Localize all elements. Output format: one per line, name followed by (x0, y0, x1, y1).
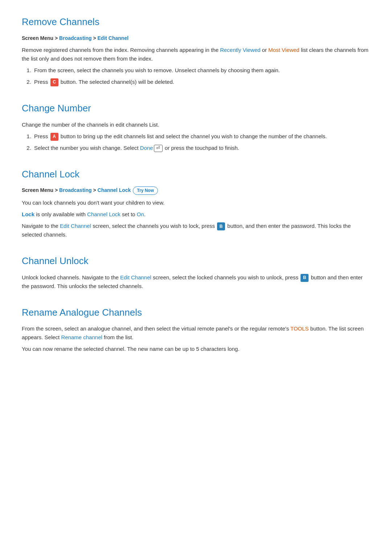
change-step-2-prefix: Select the number you wish change. Selec… (34, 145, 140, 151)
channel-lock-body3-mid: screen, select the channels you wish to … (91, 223, 216, 229)
channel-lock-period: . (144, 211, 146, 217)
on-link[interactable]: On (137, 211, 144, 217)
a-button-icon: A (50, 133, 58, 141)
rename-analogue-section: Rename Analogue Channels From the screen… (22, 305, 370, 354)
remove-step-2: Press C button. The selected channel(s) … (33, 78, 370, 86)
remove-channels-section: Remove Channels Screen Menu > Broadcasti… (22, 15, 370, 86)
try-now-badge[interactable]: Try Now (133, 186, 158, 195)
change-number-steps: Press A button to bring up the edit chan… (33, 132, 370, 152)
b-button-lock-icon: B (217, 222, 225, 230)
edit-channel-lock-link[interactable]: Edit Channel (60, 223, 91, 229)
most-viewed-link[interactable]: Most Viewed (268, 47, 299, 53)
lock-link[interactable]: Lock (22, 211, 34, 217)
rename-channel-link[interactable]: Rename channel (61, 334, 102, 340)
body-text-before-link: Remove registered channels from the inde… (22, 47, 220, 53)
b-button-unlock-icon: B (301, 274, 309, 282)
c-button-icon: C (50, 78, 58, 86)
change-number-step-1: Press A button to bring up the edit chan… (33, 132, 370, 141)
remove-channels-title: Remove Channels (22, 15, 370, 30)
channel-lock-title: Channel Lock (22, 167, 370, 182)
breadcrumb-broadcasting-link[interactable]: Broadcasting (59, 35, 91, 41)
change-step-1-suffix: button to bring up the edit channels lis… (59, 133, 327, 139)
remove-step-1-text: From the screen, select the channels you… (34, 67, 280, 73)
done-icon: ⏎ (154, 145, 163, 152)
channel-lock-section: Channel Lock Screen Menu > Broadcasting … (22, 167, 370, 239)
body-text-or: or (261, 47, 269, 53)
done-link[interactable]: Done (140, 145, 153, 151)
remove-step-1: From the screen, select the channels you… (33, 66, 370, 75)
channel-lock-body1: You can lock channels you don't want you… (22, 198, 370, 207)
rename-body1-end: from the list. (102, 334, 134, 340)
edit-channel-unlock-link[interactable]: Edit Channel (120, 274, 151, 280)
tools-link[interactable]: TOOLS (290, 325, 309, 332)
channel-lock-breadcrumb-prefix: Screen Menu > (22, 187, 59, 193)
rename-body1-prefix: From the screen, select an analogue chan… (22, 325, 290, 332)
channel-unlock-mid: screen, select the locked channels you w… (151, 274, 300, 280)
remove-channels-body: Remove registered channels from the inde… (22, 46, 370, 63)
remove-channels-steps: From the screen, select the channels you… (33, 66, 370, 86)
channel-unlock-body: Unlock locked channels. Navigate to the … (22, 273, 370, 291)
change-number-step-2: Select the number you wish change. Selec… (33, 144, 370, 152)
rename-analogue-body1: From the screen, select an analogue chan… (22, 324, 370, 342)
channel-lock-sep: > (92, 187, 98, 193)
breadcrumb-sep: > (92, 35, 98, 41)
rename-analogue-title: Rename Analogue Channels (22, 305, 370, 320)
channel-lock-set: set to (121, 211, 137, 217)
channel-lock-link[interactable]: Channel Lock (87, 211, 121, 217)
channel-lock-body2-mid: is only available with (34, 211, 87, 217)
change-number-title: Change Number (22, 101, 370, 116)
channel-unlock-section: Channel Unlock Unlock locked channels. N… (22, 254, 370, 291)
breadcrumb-edit-channel-link[interactable]: Edit Channel (98, 35, 129, 41)
change-number-section: Change Number Change the number of the c… (22, 101, 370, 152)
channel-lock-body3-prefix: Navigate to the (22, 223, 60, 229)
remove-step-2-prefix: Press (34, 79, 50, 85)
channel-unlock-title: Channel Unlock (22, 254, 370, 269)
rename-analogue-body2: You can now rename the selected channel.… (22, 345, 370, 353)
channel-lock-body3: Navigate to the Edit Channel screen, sel… (22, 222, 370, 239)
channel-unlock-prefix: Unlock locked channels. Navigate to the (22, 274, 120, 280)
channel-lock-nav-link[interactable]: Channel Lock (98, 187, 131, 193)
change-step-1-prefix: Press (34, 133, 50, 139)
channel-lock-broadcasting-link[interactable]: Broadcasting (59, 187, 91, 193)
channel-lock-breadcrumb: Screen Menu > Broadcasting > Channel Loc… (22, 186, 370, 195)
change-step-2-suffix: or press the touchpad to finish. (163, 145, 239, 151)
change-number-body: Change the number of the channels in edi… (22, 120, 370, 129)
breadcrumb-prefix: Screen Menu > (22, 35, 59, 41)
recently-viewed-link[interactable]: Recently Viewed (220, 47, 260, 53)
channel-lock-body2: Lock is only available with Channel Lock… (22, 210, 370, 219)
remove-step-2-suffix: button. The selected channel(s) will be … (59, 79, 174, 85)
remove-channels-breadcrumb: Screen Menu > Broadcasting > Edit Channe… (22, 34, 370, 42)
